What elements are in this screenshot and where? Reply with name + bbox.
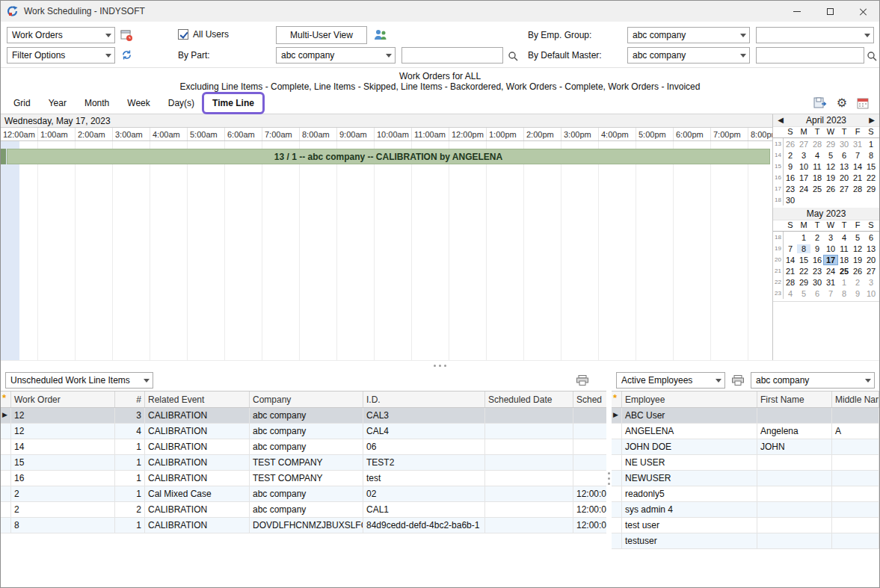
calendar-day[interactable]: 29: [824, 140, 837, 149]
table-row[interactable]: ▶ABC User: [612, 408, 879, 424]
calendar-day[interactable]: 2: [810, 233, 824, 242]
view-mode-select[interactable]: Work Orders: [7, 27, 115, 43]
calendar-day[interactable]: 23: [810, 267, 824, 276]
calendar-day[interactable]: 10: [824, 244, 837, 253]
calendar-day[interactable]: 10: [797, 162, 810, 171]
table-row[interactable]: readonly5: [612, 486, 879, 502]
by-part-select[interactable]: abc company: [276, 47, 396, 64]
calendar-day[interactable]: 26: [784, 140, 797, 149]
table-row[interactable]: 124CALIBRATIONabc companyCAL4: [1, 424, 606, 439]
calendar-day[interactable]: 25: [810, 185, 824, 194]
calendar-day[interactable]: 19: [851, 256, 864, 264]
calendar-day[interactable]: 25: [837, 267, 851, 276]
column-header[interactable]: Related Event: [145, 392, 250, 407]
export-layout-icon[interactable]: [813, 97, 827, 109]
settings-gear-icon[interactable]: ⚙: [837, 97, 847, 109]
calendar-day[interactable]: 3: [824, 233, 837, 242]
calendar-day[interactable]: 11: [810, 162, 824, 171]
calendar-day[interactable]: 31: [851, 140, 864, 149]
work-items-view-select[interactable]: Unscheduled Work Line Items: [5, 372, 153, 389]
calendar-day[interactable]: 1: [797, 233, 810, 242]
calendar-day[interactable]: 9: [810, 244, 824, 253]
multi-user-view-button[interactable]: Multi-User View: [276, 26, 367, 44]
calendar-day[interactable]: 7: [784, 244, 797, 253]
maximize-button[interactable]: [813, 1, 846, 22]
calendar-day[interactable]: 1: [837, 278, 851, 287]
calendar-day[interactable]: 3: [864, 278, 878, 287]
calendar-day[interactable]: 26: [851, 267, 864, 276]
employees-view-select[interactable]: Active Employees: [616, 372, 725, 389]
employee-company-select[interactable]: abc company: [751, 372, 875, 389]
calendar-day[interactable]: 12: [851, 244, 864, 253]
column-header[interactable]: Middle Name: [832, 392, 879, 407]
tab-grid[interactable]: Grid: [5, 95, 39, 111]
close-button[interactable]: [846, 1, 879, 22]
filter-options-select[interactable]: Filter Options: [7, 47, 115, 64]
tab-time-line[interactable]: Time Line: [204, 95, 262, 111]
table-row[interactable]: 141CALIBRATIONabc company06: [1, 439, 606, 455]
calendar-day[interactable]: 9: [784, 162, 797, 171]
table-row[interactable]: sys admin 4: [612, 502, 879, 518]
master-search-input[interactable]: [756, 47, 864, 64]
calendar-day[interactable]: 9: [851, 289, 864, 298]
column-header[interactable]: Scheduled Date: [485, 392, 573, 407]
tab-day-s[interactable]: Day(s): [160, 95, 203, 111]
calendar-day[interactable]: 6: [810, 289, 824, 298]
calendar-day[interactable]: 23: [784, 185, 797, 194]
part-search-icon[interactable]: [508, 51, 518, 61]
table-row[interactable]: 161CALIBRATIONTEST COMPANYtest: [1, 471, 606, 486]
column-header[interactable]: Company: [250, 392, 363, 407]
schedule-calendar-icon[interactable]: [120, 29, 133, 42]
table-row[interactable]: 81CALIBRATIONDOVDLFHCNMZJBUXSLFCGNI84d9c…: [1, 518, 606, 533]
calendar-day[interactable]: 3: [797, 151, 810, 160]
column-header[interactable]: Work Order: [11, 392, 115, 407]
table-row[interactable]: testuser: [612, 533, 879, 549]
calendar-day[interactable]: 28: [851, 185, 864, 194]
calendar-day[interactable]: 1: [864, 140, 878, 149]
calendar-icon[interactable]: [857, 97, 869, 109]
calendar-day[interactable]: 17: [797, 173, 810, 182]
work-items-header-row[interactable]: *Work Order#Related EventCompanyI.D.Sche…: [1, 392, 606, 408]
calendar-day[interactable]: 7: [824, 289, 837, 298]
calendar-day[interactable]: 16: [784, 173, 797, 182]
calendar-day[interactable]: 4: [810, 151, 824, 160]
horizontal-splitter[interactable]: [1, 360, 879, 370]
calendar-day[interactable]: 2: [784, 151, 797, 160]
calendar-day[interactable]: 18: [837, 256, 851, 264]
calendar-day[interactable]: 18: [810, 173, 824, 182]
tab-year[interactable]: Year: [40, 95, 75, 111]
calendar-day[interactable]: 14: [784, 256, 797, 264]
calendar-day[interactable]: 22: [797, 267, 810, 276]
column-header[interactable]: First Name: [757, 392, 832, 407]
calendar-day[interactable]: 13: [837, 162, 851, 171]
calendar-day[interactable]: 14: [851, 162, 864, 171]
calendar-day[interactable]: 26: [824, 185, 837, 194]
emp-group-secondary-select[interactable]: [756, 27, 874, 43]
event-handle[interactable]: [1, 149, 6, 164]
calendar-day[interactable]: 11: [837, 244, 851, 253]
calendar-day[interactable]: 30: [784, 196, 797, 205]
calendar-day[interactable]: 4: [784, 289, 797, 298]
column-header[interactable]: Sched: [573, 392, 606, 407]
multi-user-icon[interactable]: [374, 28, 387, 41]
column-header[interactable]: I.D.: [363, 392, 485, 407]
employees-header-row[interactable]: *EmployeeFirst NameMiddle Name: [612, 392, 879, 408]
calendar-day[interactable]: 15: [797, 256, 810, 264]
calendar-day[interactable]: 24: [824, 267, 837, 276]
calendar-day[interactable]: 8: [864, 151, 878, 160]
column-header[interactable]: Employee: [622, 392, 757, 407]
calendar-day[interactable]: 24: [797, 185, 810, 194]
calendar-day[interactable]: 16: [810, 256, 824, 264]
column-header[interactable]: #: [115, 392, 145, 407]
table-row[interactable]: ▶123CALIBRATIONabc companyCAL3: [1, 408, 606, 424]
table-row[interactable]: NE USER: [612, 455, 879, 471]
calendar-day[interactable]: 19: [824, 173, 837, 182]
calendar-day[interactable]: 20: [837, 173, 851, 182]
all-users-checkbox[interactable]: All Users: [178, 29, 229, 40]
schedule-event-bar[interactable]: 13 / 1 -- abc company -- CALIBRATION by …: [7, 149, 770, 164]
calendar-day[interactable]: 5: [797, 289, 810, 298]
calendar-day[interactable]: 22: [864, 173, 878, 182]
calendar-day[interactable]: 4: [837, 233, 851, 242]
calendar-day[interactable]: 8: [837, 289, 851, 298]
calendar-day[interactable]: 6: [837, 151, 851, 160]
